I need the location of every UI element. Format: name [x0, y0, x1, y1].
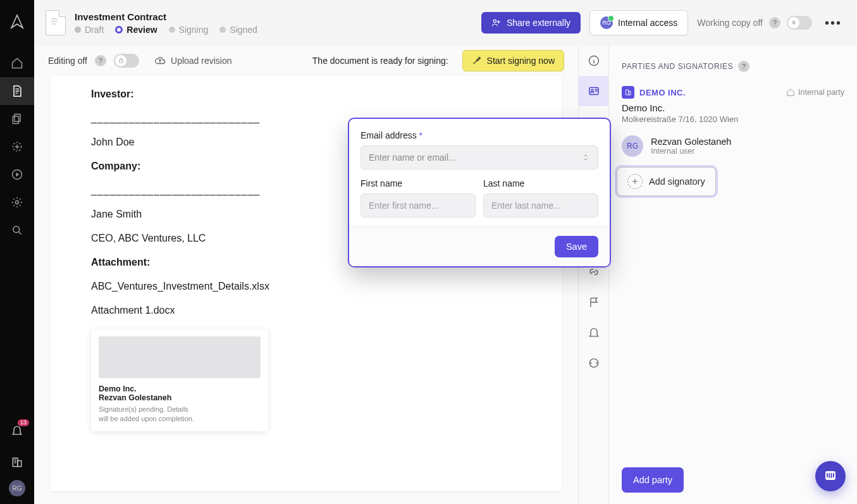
svg-rect-9 [119, 60, 123, 63]
last-name-label: Last name [483, 178, 598, 188]
panel-title: PARTIES AND SIGNATORIES ? [622, 61, 844, 72]
nav-org[interactable] [0, 448, 34, 476]
svg-rect-1 [13, 116, 18, 124]
attachment-2: Attachment 1.docx [91, 305, 521, 316]
working-copy-control: Working copy off ? × [697, 16, 812, 30]
svg-point-8 [493, 20, 496, 22]
document-toolbar: Editing off ? Upload revision The docume… [34, 46, 578, 76]
share-externally-button[interactable]: Share externally [481, 12, 581, 34]
svg-rect-13 [626, 90, 629, 95]
plus-icon: + [627, 174, 643, 189]
nav-document[interactable] [0, 77, 34, 105]
add-signatory-popover: Email address * Enter name or email... F… [348, 118, 611, 267]
intercom-launcher[interactable] [815, 461, 846, 491]
toggle-knob-icon: × [788, 17, 799, 28]
share-button-label: Share externally [507, 18, 570, 28]
parties-panel: PARTIES AND SIGNATORIES ? DEMO INC. Inte… [608, 46, 857, 504]
notification-badge: 13 [18, 419, 29, 426]
party-tag: DEMO INC. [639, 88, 686, 97]
email-field-label: Email address * [361, 130, 598, 140]
first-name-label: First name [361, 178, 476, 188]
signature-pending-line1: Signature(s) pending. Details [99, 405, 261, 414]
signatory-name: Rezvan Golestaneh [651, 137, 731, 147]
user-avatar[interactable]: RG [9, 480, 25, 496]
more-menu-button[interactable]: ••• [821, 16, 846, 30]
first-name-input[interactable] [361, 194, 476, 218]
svg-point-12 [591, 89, 593, 91]
signature-placeholder-box [99, 336, 261, 378]
lock-icon [115, 55, 126, 66]
document-header: Investment Contract Draft Review Signing… [34, 0, 857, 46]
nav-play[interactable] [0, 161, 34, 188]
working-copy-toggle[interactable]: × [787, 16, 812, 30]
rail-parties[interactable] [579, 76, 608, 106]
add-signatory-button[interactable]: + Add signatory [617, 167, 716, 196]
rail-reminders[interactable] [579, 317, 608, 348]
signature-card[interactable]: Demo Inc. Rezvan Golestaneh Signature(s)… [91, 329, 268, 431]
svg-rect-14 [629, 92, 631, 95]
editing-toggle[interactable] [114, 54, 139, 68]
add-party-button[interactable]: Add party [622, 467, 684, 493]
party-full-name: Demo Inc. [622, 102, 844, 113]
svg-point-5 [13, 226, 20, 233]
nav-add[interactable] [0, 133, 34, 161]
editing-off-label: Editing off [48, 56, 87, 66]
chevron-updown-icon [581, 153, 590, 162]
save-button[interactable]: Save [555, 236, 598, 257]
step-signing[interactable]: Signing [169, 25, 209, 35]
working-copy-label: Working copy off [697, 18, 763, 28]
working-copy-help-icon[interactable]: ? [769, 17, 780, 28]
app-logo [9, 13, 25, 30]
chat-icon [823, 469, 838, 484]
internal-party-tag: Internal party [786, 88, 844, 97]
internal-access-avatar: RG [600, 16, 613, 29]
left-nav-rail: 13 RG [0, 0, 34, 504]
party-icon [622, 86, 634, 99]
svg-rect-0 [15, 114, 20, 122]
internal-access-label: Internal access [618, 18, 677, 28]
nav-notifications[interactable]: 13 [0, 417, 34, 445]
email-combobox[interactable]: Enter name or email... [361, 145, 598, 169]
right-icon-rail [578, 46, 608, 504]
upload-revision-button[interactable]: Upload revision [154, 55, 232, 66]
rail-info[interactable] [579, 46, 608, 76]
workflow-steps: Draft Review Signing Signed [75, 25, 257, 35]
last-name-input[interactable] [483, 194, 598, 218]
document-title: Investment Contract [75, 11, 257, 22]
panel-help-icon[interactable]: ? [738, 61, 749, 72]
signature-card-company: Demo Inc. [99, 384, 261, 393]
svg-rect-7 [18, 461, 22, 467]
signatory-role: Internal user [651, 147, 731, 156]
document-icon [46, 10, 66, 35]
home-icon [786, 88, 795, 97]
nav-search[interactable] [0, 216, 34, 244]
editing-help-icon[interactable]: ? [95, 55, 106, 66]
attachment-1: ABC_Ventures_Investment_Details.xlsx [91, 281, 521, 292]
investor-label: Investor: [91, 89, 521, 100]
nav-copies[interactable] [0, 105, 34, 133]
ready-for-signing-text: The document is ready for signing: [312, 56, 448, 66]
step-review[interactable]: Review [115, 25, 157, 35]
party-header[interactable]: DEMO INC. Internal party [622, 86, 844, 99]
party-address: Molkereistraße 7/16, 1020 Wien [622, 114, 844, 124]
signatory-avatar: RG [622, 135, 643, 157]
nav-settings[interactable] [0, 188, 34, 216]
email-placeholder-text: Enter name or email... [369, 152, 456, 163]
signature-card-person: Rezvan Golestaneh [99, 393, 261, 402]
nav-home[interactable] [0, 49, 34, 77]
start-signing-label: Start signing now [487, 56, 555, 66]
signature-pending-line2: will be added upon completion. [99, 414, 261, 424]
signatory-row[interactable]: RG Rezvan Golestaneh Internal user [622, 135, 844, 157]
internal-access-button[interactable]: RG Internal access [589, 10, 688, 35]
step-draft[interactable]: Draft [75, 25, 104, 35]
step-signed[interactable]: Signed [219, 25, 257, 35]
rail-flag[interactable] [579, 287, 608, 317]
upload-revision-label: Upload revision [171, 56, 232, 66]
add-signatory-label: Add signatory [649, 176, 705, 187]
start-signing-button[interactable]: Start signing now [462, 50, 564, 71]
svg-point-4 [16, 201, 19, 204]
rail-activity[interactable] [579, 348, 608, 378]
